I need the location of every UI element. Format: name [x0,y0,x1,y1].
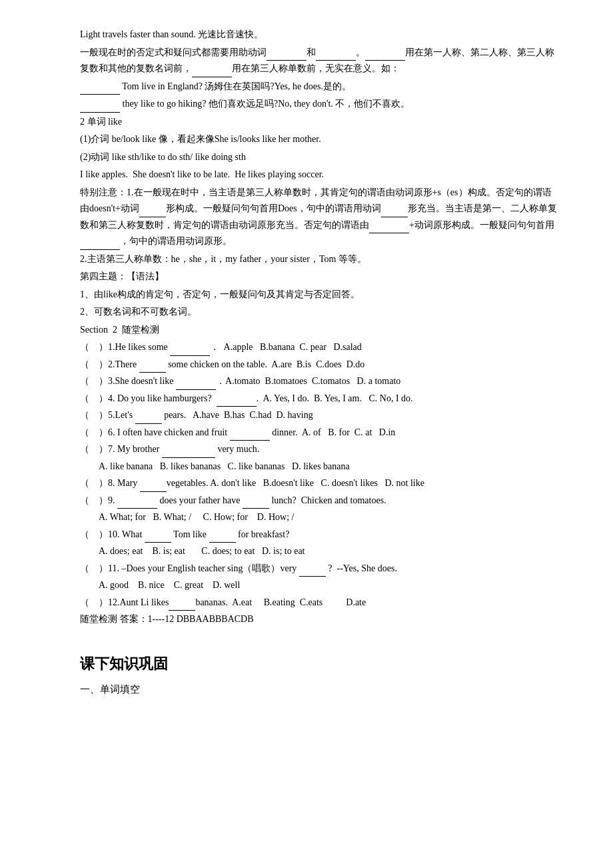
line-2: 一般现在时的否定式和疑问式都需要用助动词和。用在第一人称、第二人称、第三人称复数… [80,45,560,77]
line-13: 2、可数名词和不可数名词。 [80,304,560,321]
q8: （ ）8. Mary vegetables. A. don't like B.d… [80,475,560,492]
big-heading: 课下知识巩固 [80,651,560,676]
line-3: Tom live in England? 汤姆住在英国吗?Yes, he doe… [80,79,560,95]
q11: （ ）11. –Does your English teacher sing（唱… [80,561,560,577]
main-content: Light travels faster than sound. 光速比音速快。… [80,27,560,698]
q5: （ ）5.Let's pears. A.have B.has C.had D. … [80,407,560,424]
q11-options: A. good B. nice C. great D. well [80,577,560,594]
line-1: Light travels faster than sound. 光速比音速快。 [80,27,560,43]
line-9: 特别注意：1.在一般现在时中，当主语是第三人称单数时，其肯定句的谓语由动词原形+… [80,185,560,250]
q9: （ ）9. does your father have lunch? Chick… [80,493,560,509]
q1: （ ）1.He likes some ． A.apple B.banana C.… [80,339,560,356]
line-8: I like apples. She doesn't like to be la… [80,167,560,183]
q10-options: A. does; eat B. is; eat C. does; to eat … [80,543,560,560]
line-11: 第四主题：【语法】 [80,269,560,285]
line-10: 2.主语第三人称单数：he，she，it，my father，your sist… [80,251,560,268]
sub-heading: 一、单词填空 [80,681,560,698]
line-12: 1、由like构成的肯定句，否定句，一般疑问句及其肯定与否定回答。 [80,287,560,303]
q4: （ ）4. Do you like hamburgers? . A. Yes, … [80,391,560,407]
q6: （ ）6. I often have chicken and fruit din… [80,425,560,441]
line-6: (1)介词 be/look like 像，看起来像She is/looks li… [80,131,560,148]
q10: （ ）10. What Tom like for breakfast? [80,527,560,543]
q9-options: A. What; for B. What; / C. How; for D. H… [80,509,560,526]
answers: 随堂检测 答案：1----12 DBBAABBBACDB [80,611,560,628]
section-header: Section 2 随堂检测 [80,322,560,339]
q3: （ ）3.She doesn't like ．A.tomato B.tomato… [80,373,560,390]
q2: （ ）2.There some chicken on the table. A.… [80,357,560,373]
q12: （ ）12.Aunt Li likesbananas. A.eat B.eati… [80,595,560,611]
line-7: (2)动词 like sth/like to do sth/ like doin… [80,149,560,166]
q7-options: A. like banana B. likes bananas C. like … [80,459,560,475]
line-5: 2 单词 like [80,114,560,131]
q7: （ ）7. My brother very much. [80,441,560,458]
line-4: they like to go hiking? 他们喜欢远足吗?No, they… [80,96,560,113]
